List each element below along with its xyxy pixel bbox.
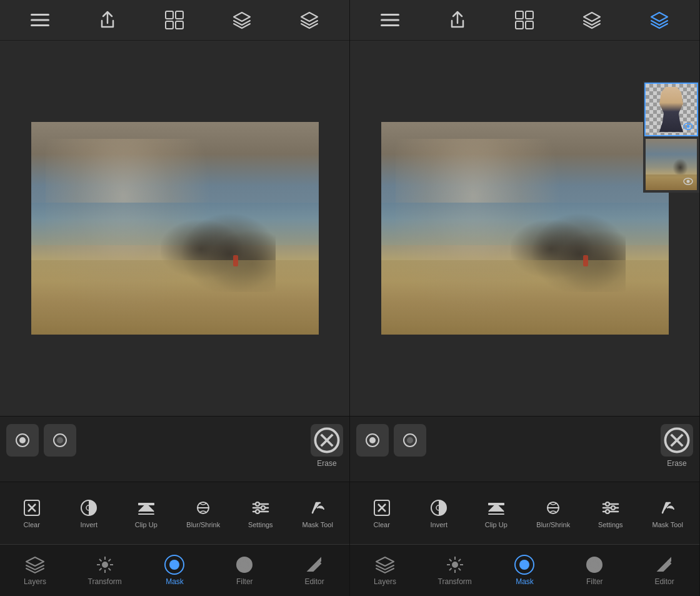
right-nav-mask-label: Mask [516, 577, 534, 586]
right-layers-alt-button[interactable] [646, 6, 673, 34]
left-mask-tools: Erase [0, 416, 349, 482]
svg-point-27 [256, 510, 259, 513]
svg-rect-2 [31, 24, 49, 26]
right-brush-white-button[interactable] [356, 424, 389, 457]
left-blur-shrink-button[interactable]: Blur/Shrink [175, 498, 232, 528]
svg-rect-63 [488, 503, 504, 505]
svg-point-72 [452, 562, 458, 567]
left-mask-tool-label: Mask Tool [302, 521, 333, 528]
right-bottom-nav: Layers Transform Mask [350, 544, 699, 596]
left-settings-label: Settings [248, 521, 273, 528]
left-nav-transform[interactable]: Transform [70, 545, 140, 596]
right-clear-button[interactable]: Clear [353, 498, 411, 528]
right-mask-tool-button[interactable]: Mask Tool [639, 498, 697, 528]
right-share-button[interactable] [444, 6, 471, 34]
svg-line-78 [458, 568, 461, 571]
layers-alt-button[interactable] [296, 6, 323, 34]
left-clear-button[interactable]: Clear [3, 498, 61, 528]
right-clip-up-label: Clip Up [485, 521, 508, 528]
svg-rect-44 [526, 11, 533, 19]
left-invert-label: Invert [80, 521, 98, 528]
right-clear-label: Clear [374, 521, 390, 528]
svg-point-83 [593, 563, 596, 566]
right-nav-transform-label: Transform [438, 577, 472, 586]
svg-line-80 [449, 568, 452, 571]
right-mask-tools: Erase [350, 416, 699, 482]
left-nav-mask[interactable]: Mask [140, 545, 210, 596]
right-mask-tool-label: Mask Tool [652, 521, 683, 528]
right-clip-up-button[interactable]: Clip Up [468, 498, 525, 528]
svg-point-70 [611, 506, 615, 510]
svg-point-26 [261, 506, 265, 510]
share-button[interactable] [94, 6, 121, 34]
right-layer-2[interactable] [644, 138, 698, 191]
right-layers-panel [643, 81, 699, 193]
svg-point-25 [256, 502, 259, 506]
right-settings-label: Settings [598, 521, 623, 528]
right-layer-1[interactable] [644, 83, 698, 136]
right-blur-shrink-button[interactable]: Blur/Shrink [525, 498, 582, 528]
right-nav-mask[interactable]: Mask [490, 545, 560, 596]
svg-point-54 [407, 437, 413, 443]
right-nav-editor[interactable]: Editor [629, 545, 699, 596]
left-nav-editor-label: Editor [304, 577, 324, 586]
left-clip-up-button[interactable]: Clip Up [118, 498, 175, 528]
right-erase-label: Erase [667, 459, 686, 468]
right-settings-button[interactable]: Settings [582, 498, 639, 528]
right-nav-filter-label: Filter [586, 577, 603, 586]
right-layer-1-eye[interactable] [681, 119, 695, 133]
right-grid-button[interactable] [511, 6, 538, 34]
left-brush-black-button[interactable] [44, 424, 76, 457]
left-nav-layers[interactable]: Layers [0, 545, 70, 596]
left-erase-button[interactable]: Erase [311, 424, 343, 468]
right-canvas[interactable] [381, 122, 669, 335]
right-nav-filter[interactable]: Filter [559, 545, 629, 596]
svg-line-79 [458, 559, 461, 562]
svg-point-71 [606, 510, 609, 513]
menu-button[interactable] [26, 6, 54, 34]
right-nav-layers-label: Layers [374, 577, 396, 586]
left-nav-editor[interactable]: Editor [279, 545, 349, 596]
right-layer-2-eye[interactable] [681, 174, 695, 188]
left-nav-transform-label: Transform [88, 577, 122, 586]
left-canvas-area [0, 41, 349, 416]
left-bottom-nav: Layers Transform Mask [0, 544, 349, 596]
svg-point-28 [102, 562, 108, 567]
left-panel: Erase Clear Invert [0, 0, 350, 596]
svg-rect-42 [381, 24, 399, 26]
svg-rect-46 [526, 21, 533, 29]
left-action-bar: Clear Invert Clip Up [0, 482, 349, 544]
right-layers-button[interactable] [578, 6, 606, 34]
left-clip-up-label: Clip Up [135, 521, 158, 528]
left-settings-button[interactable]: Settings [232, 498, 289, 528]
right-action-bar: Clear Invert Clip Up [350, 482, 699, 544]
left-brush-white-button[interactable] [6, 424, 39, 457]
right-nav-editor-label: Editor [654, 577, 674, 586]
left-toolbar [0, 0, 349, 41]
right-menu-button[interactable] [376, 6, 404, 34]
svg-rect-41 [381, 19, 399, 21]
svg-point-8 [19, 437, 26, 443]
right-nav-layers[interactable]: Layers [350, 545, 420, 596]
right-blur-shrink-label: Blur/Shrink [536, 521, 570, 528]
left-invert-button[interactable]: Invert [61, 498, 118, 528]
svg-point-48 [687, 125, 690, 128]
left-canvas[interactable] [31, 122, 319, 335]
svg-point-52 [369, 437, 376, 443]
grid-button[interactable] [161, 6, 188, 34]
svg-point-39 [243, 563, 246, 566]
right-mask-icon [514, 555, 534, 575]
right-brush-black-button[interactable] [394, 424, 426, 457]
left-nav-filter[interactable]: Filter [209, 545, 279, 596]
right-toolbar [350, 0, 699, 41]
svg-line-36 [99, 568, 102, 571]
right-nav-transform[interactable]: Transform [420, 545, 490, 596]
left-nav-layers-label: Layers [24, 577, 46, 586]
right-invert-button[interactable]: Invert [411, 498, 468, 528]
left-mask-tool-button[interactable]: Mask Tool [289, 498, 347, 528]
svg-rect-5 [166, 21, 173, 29]
svg-point-50 [687, 180, 690, 183]
svg-point-69 [606, 502, 609, 506]
right-erase-button[interactable]: Erase [661, 424, 693, 468]
layers-button[interactable] [228, 6, 256, 34]
